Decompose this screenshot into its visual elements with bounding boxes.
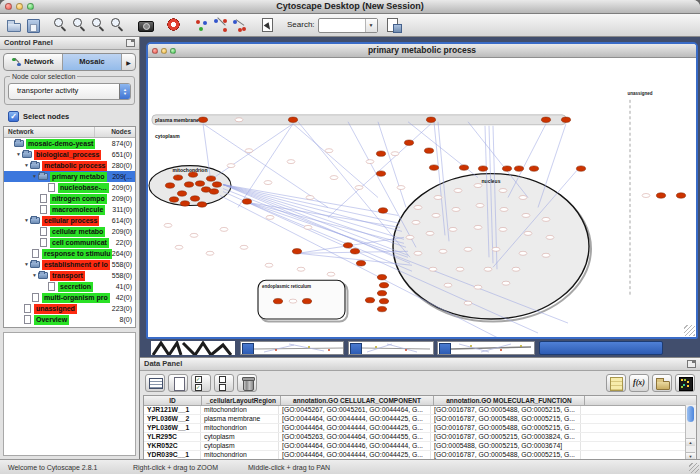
gene-node-unselected[interactable]: [175, 245, 183, 249]
gene-node-selected[interactable]: [212, 182, 221, 187]
gene-node-unselected[interactable]: [289, 299, 297, 303]
gene-node-unselected[interactable]: [499, 227, 507, 231]
gene-node-unselected[interactable]: [456, 267, 464, 271]
gene-node-selected[interactable]: [379, 298, 388, 303]
tree-item[interactable]: ▼transport558(0): [4, 270, 135, 281]
gene-node-selected[interactable]: [343, 243, 352, 248]
gene-node-selected[interactable]: [404, 140, 413, 145]
gene-node-selected[interactable]: [426, 117, 435, 122]
gene-node-unselected[interactable]: [449, 227, 457, 231]
tree-item[interactable]: secretion41(0): [4, 281, 135, 292]
gene-node-unselected[interactable]: [492, 247, 500, 251]
expand-arrow-icon[interactable]: ▼: [31, 171, 38, 182]
search-input-value[interactable]: [319, 19, 365, 32]
tree-item[interactable]: ▼cellular process614(0): [4, 215, 135, 226]
network-edge[interactable]: [293, 124, 378, 198]
gene-node-selected[interactable]: [177, 191, 186, 196]
gene-node-unselected[interactable]: [484, 267, 492, 271]
network-edge[interactable]: [248, 202, 400, 227]
zoom-in-button[interactable]: +: [70, 15, 89, 35]
app-resize-grip[interactable]: [689, 463, 699, 473]
unselect-all-attributes-button[interactable]: [214, 374, 234, 392]
gene-node-selected[interactable]: [190, 196, 199, 201]
gene-node-unselected[interactable]: [297, 267, 305, 271]
tree-item[interactable]: ▼biological_process651(0): [4, 149, 135, 160]
gene-node-selected[interactable]: [529, 166, 538, 171]
gene-node-selected[interactable]: [292, 249, 301, 254]
gene-node-selected[interactable]: [209, 189, 218, 194]
annotation-button[interactable]: [258, 15, 277, 35]
gene-node-unselected[interactable]: [464, 301, 472, 305]
tab-mosaic[interactable]: Mosaic: [63, 54, 122, 70]
tree-item[interactable]: response to stimulu264(0): [4, 248, 135, 259]
table-scrollbar[interactable]: ▲ ▼: [685, 405, 696, 460]
gene-node-unselected[interactable]: [452, 207, 460, 211]
gene-node-unselected[interactable]: [414, 205, 422, 209]
select-attributes-button[interactable]: [145, 374, 165, 392]
gene-node-selected[interactable]: [188, 172, 197, 177]
tree-item[interactable]: cellular metabo209(0): [4, 226, 135, 237]
gene-node-selected[interactable]: [169, 197, 178, 202]
gene-node-selected[interactable]: [288, 117, 297, 122]
tree-item[interactable]: ▼primary metabo209(...: [4, 171, 135, 182]
gene-node-unselected[interactable]: [366, 160, 374, 164]
gene-node-selected[interactable]: [242, 199, 251, 204]
gene-node-selected[interactable]: [502, 166, 511, 171]
gene-node-selected[interactable]: [198, 117, 207, 122]
gene-node-unselected[interactable]: [546, 235, 554, 239]
gene-node-selected[interactable]: [350, 249, 359, 254]
expand-arrow-icon[interactable]: ▼: [23, 160, 30, 171]
minimized-network-window[interactable]: [240, 341, 344, 355]
gene-node-selected[interactable]: [377, 306, 386, 311]
network-view-titlebar[interactable]: primary metabolic process: [148, 44, 696, 58]
gene-node-unselected[interactable]: [287, 160, 295, 164]
gene-node-selected[interactable]: [561, 117, 570, 122]
gene-node-unselected[interactable]: [391, 152, 399, 156]
network-edge[interactable]: [223, 185, 406, 248]
expand-arrow-icon[interactable]: ▼: [23, 259, 30, 270]
new-attribute-button[interactable]: [168, 374, 188, 392]
gene-node-selected[interactable]: [195, 181, 204, 186]
network-edge[interactable]: [378, 122, 406, 208]
gene-node-unselected[interactable]: [642, 194, 650, 198]
gene-node-unselected[interactable]: [164, 223, 172, 227]
gene-node-unselected[interactable]: [434, 196, 442, 200]
tree-item[interactable]: nucleobase-...209(0): [4, 182, 135, 193]
gene-node-selected[interactable]: [173, 175, 182, 180]
minimized-window-titlebar[interactable]: [539, 341, 663, 355]
float-panel-icon[interactable]: [687, 360, 696, 368]
gene-node-selected[interactable]: [429, 165, 438, 170]
gene-node-unselected[interactable]: [474, 285, 482, 289]
tree-item[interactable]: ▼metabolic process280(0): [4, 160, 135, 171]
tree-item[interactable]: cell communicat22(0): [4, 237, 135, 248]
gene-node-selected[interactable]: [184, 182, 193, 187]
gene-node-selected[interactable]: [377, 290, 386, 295]
zoom-out-button[interactable]: −: [51, 15, 70, 35]
gene-node-unselected[interactable]: [502, 281, 510, 285]
gene-node-selected[interactable]: [459, 165, 468, 170]
gene-node-unselected[interactable]: [245, 149, 253, 153]
gene-node-selected[interactable]: [478, 166, 487, 171]
gene-node-selected[interactable]: [424, 148, 433, 153]
expand-arrow-icon[interactable]: ▼: [23, 215, 30, 226]
gene-node-unselected[interactable]: [519, 196, 527, 200]
tree-item[interactable]: multi-organism pro42(0): [4, 292, 135, 303]
gene-node-selected[interactable]: [356, 261, 365, 266]
gene-node-selected[interactable]: [676, 193, 685, 198]
select-all-attributes-button[interactable]: [191, 374, 211, 392]
network-view-window[interactable]: primary metabolic process plasma membran…: [146, 42, 698, 339]
column-header[interactable]: annotation.GO CELLULAR_COMPONENT: [281, 396, 434, 405]
gene-node-unselected[interactable]: [325, 149, 333, 153]
gene-node-unselected[interactable]: [524, 231, 532, 235]
gene-node-unselected[interactable]: [454, 189, 462, 193]
gene-node-unselected[interactable]: [220, 227, 228, 231]
gene-node-unselected[interactable]: [444, 283, 452, 287]
window-titlebar[interactable]: Cytoscape Desktop (New Session): [0, 0, 700, 14]
gene-node-unselected[interactable]: [439, 249, 447, 253]
gene-node-selected[interactable]: [165, 183, 174, 188]
gene-node-unselected[interactable]: [522, 213, 530, 217]
gene-node-unselected[interactable]: [499, 189, 507, 193]
gene-node-unselected[interactable]: [432, 213, 440, 217]
gene-node-unselected[interactable]: [306, 196, 314, 200]
gene-node-unselected[interactable]: [265, 263, 273, 267]
